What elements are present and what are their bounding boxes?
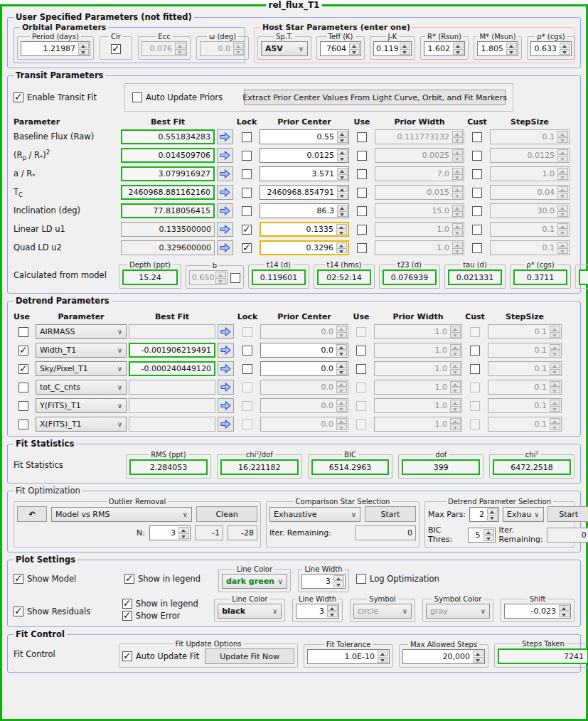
- prior-center-field[interactable]: 0.1335: [260, 222, 349, 237]
- copy-to-prior-button[interactable]: [218, 398, 234, 413]
- show-residuals-checkbox[interactable]: [14, 607, 23, 616]
- spin-down-icon[interactable]: [559, 611, 570, 617]
- period-spinner[interactable]: [77, 42, 90, 55]
- use-prior-checkbox[interactable]: [356, 327, 366, 337]
- custom-step-checkbox[interactable]: [472, 188, 482, 198]
- prior-center-field[interactable]: 3.571: [260, 166, 349, 181]
- lock-checkbox[interactable]: [242, 364, 252, 374]
- show-error-checkbox[interactable]: [122, 611, 132, 621]
- use-prior-checkbox[interactable]: [357, 151, 367, 161]
- custom-step-checkbox[interactable]: [472, 243, 482, 253]
- spin-up-icon[interactable]: [473, 651, 483, 656]
- max-steps-spinner[interactable]: [472, 650, 484, 663]
- custom-step-checkbox[interactable]: [470, 327, 480, 337]
- copy-to-prior-button[interactable]: [217, 129, 233, 144]
- clean-button[interactable]: Clean: [196, 506, 257, 522]
- lock-checkbox[interactable]: [242, 169, 252, 179]
- use-prior-checkbox[interactable]: [357, 169, 367, 179]
- spin-down-icon[interactable]: [337, 137, 348, 143]
- spin-up-icon[interactable]: [483, 529, 494, 535]
- spectral-type-dropdown[interactable]: A5V: [261, 41, 308, 56]
- use-detrend-checkbox[interactable]: [18, 401, 28, 411]
- spin-down-icon[interactable]: [378, 657, 388, 663]
- rstar-field[interactable]: 1.602: [424, 41, 465, 56]
- lock-checkbox[interactable]: [242, 327, 252, 337]
- copy-to-prior-button[interactable]: [218, 380, 234, 395]
- spin-down-icon[interactable]: [336, 388, 347, 393]
- show-error[interactable]: Show Error: [122, 611, 207, 621]
- spin-down-icon[interactable]: [336, 248, 347, 253]
- spin-up-icon[interactable]: [327, 605, 338, 611]
- spin-up-icon[interactable]: [337, 168, 348, 173]
- log-optimization-checkbox[interactable]: [356, 574, 366, 584]
- spin-down-icon[interactable]: [473, 657, 483, 663]
- jk-field[interactable]: 0.119: [373, 41, 412, 56]
- copy-to-prior-button[interactable]: [217, 166, 233, 181]
- spin-up-icon[interactable]: [453, 43, 464, 48]
- mstar-field[interactable]: 1.805: [477, 41, 518, 56]
- spin-up-icon[interactable]: [506, 43, 517, 48]
- model-line-width-field[interactable]: 3: [301, 574, 346, 589]
- spin-down-icon[interactable]: [453, 49, 464, 55]
- spin-down-icon[interactable]: [336, 332, 347, 338]
- prior-center-field[interactable]: 0.3296: [260, 240, 349, 255]
- use-prior-checkbox[interactable]: [357, 225, 367, 235]
- log-optimization[interactable]: Log Optimization: [356, 574, 439, 584]
- mstar-spinner[interactable]: [506, 42, 518, 55]
- model-show-in-legend[interactable]: Show in legend: [124, 574, 211, 584]
- prior-center-spinner[interactable]: [336, 325, 348, 338]
- spin-up-icon[interactable]: [336, 400, 347, 405]
- custom-step-checkbox[interactable]: [472, 132, 482, 142]
- spin-up-icon[interactable]: [337, 131, 348, 137]
- copy-to-prior-button[interactable]: [218, 417, 234, 432]
- spin-up-icon[interactable]: [333, 575, 344, 581]
- custom-step-checkbox[interactable]: [472, 151, 482, 161]
- n-sigma-field[interactable]: 3: [149, 525, 191, 540]
- copy-to-prior-button[interactable]: [217, 203, 233, 218]
- use-detrend-checkbox[interactable]: [18, 420, 28, 429]
- prior-center-spinner[interactable]: [336, 149, 348, 162]
- update-fit-now-button[interactable]: Update Fit Now: [205, 648, 294, 664]
- lock-checkbox[interactable]: [242, 132, 252, 142]
- prior-center-field[interactable]: 0.0: [260, 380, 348, 395]
- tolerance-spinner[interactable]: [377, 650, 389, 663]
- use-detrend-checkbox[interactable]: [18, 383, 28, 392]
- use-detrend-checkbox[interactable]: [18, 364, 28, 374]
- n-spinner[interactable]: [178, 526, 190, 540]
- prior-center-field[interactable]: 2460968.854791: [260, 185, 349, 200]
- jk-spinner[interactable]: [399, 42, 411, 55]
- lock-checkbox[interactable]: [242, 243, 252, 253]
- residual-line-color-dropdown[interactable]: black: [218, 604, 282, 619]
- prior-center-spinner[interactable]: [336, 223, 348, 235]
- auto-update-priors-checkbox[interactable]: [132, 92, 142, 102]
- use-detrend-checkbox[interactable]: [18, 346, 28, 356]
- spin-down-icon[interactable]: [349, 49, 360, 55]
- use-prior-checkbox[interactable]: [357, 188, 367, 198]
- custom-step-checkbox[interactable]: [470, 364, 480, 374]
- prior-center-spinner[interactable]: [336, 343, 348, 357]
- detrend-parameter-dropdown[interactable]: AIRMASS: [36, 324, 127, 339]
- rho-spinner[interactable]: [559, 42, 571, 55]
- prior-center-field[interactable]: 86.3: [260, 203, 349, 218]
- lock-checkbox[interactable]: [242, 188, 252, 198]
- prior-center-field[interactable]: 0.0: [260, 361, 348, 376]
- spin-down-icon[interactable]: [483, 535, 494, 541]
- prior-center-field[interactable]: 0.0: [260, 324, 348, 339]
- custom-step-checkbox[interactable]: [472, 225, 482, 235]
- spin-down-icon[interactable]: [336, 351, 347, 356]
- residual-width-spinner[interactable]: [326, 604, 338, 618]
- prior-center-field[interactable]: 0.55: [260, 129, 349, 144]
- spin-up-icon[interactable]: [78, 43, 89, 48]
- use-prior-checkbox[interactable]: [356, 364, 366, 374]
- residual-legend-checkbox[interactable]: [122, 599, 132, 609]
- use-prior-checkbox[interactable]: [356, 383, 366, 392]
- prior-center-field[interactable]: 0.0125: [260, 148, 349, 163]
- residual-line-width-field[interactable]: 3: [296, 604, 339, 619]
- comp-star-start-button[interactable]: Start: [365, 506, 416, 522]
- custom-step-checkbox[interactable]: [470, 383, 480, 392]
- prior-center-spinner[interactable]: [336, 380, 348, 394]
- detrend-parameter-dropdown[interactable]: Width_T1: [36, 343, 127, 358]
- copy-to-prior-button[interactable]: [217, 148, 233, 163]
- copy-to-prior-button[interactable]: [217, 222, 233, 237]
- enable-transit-fit[interactable]: Enable Transit Fit: [14, 92, 106, 102]
